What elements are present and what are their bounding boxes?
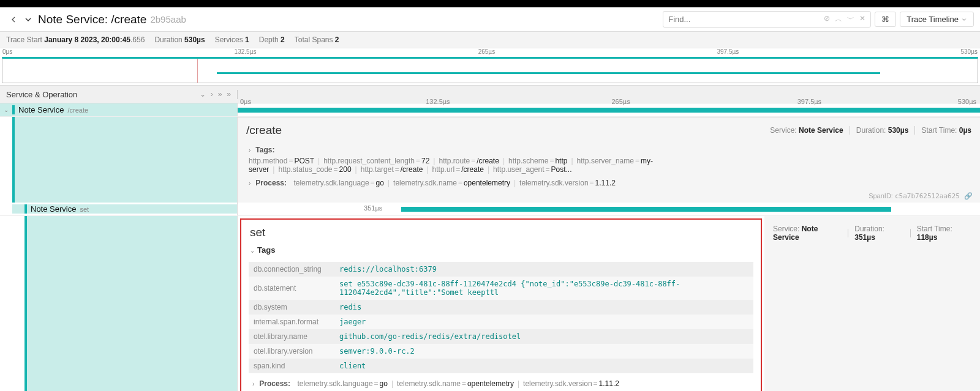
- top-dark-bar: [0, 0, 980, 7]
- tags-summary-line[interactable]: › Tags: http.method=POST|http.request_co…: [238, 143, 980, 176]
- chevron-down-icon[interactable]: [21, 12, 36, 27]
- chevron-right-icon[interactable]: ›: [252, 381, 254, 387]
- trace-id-short: 2b95aab: [150, 14, 186, 24]
- chevron-up-icon[interactable]: ︿: [835, 14, 842, 24]
- service-color-marker: [12, 105, 15, 114]
- table-row: otel.library.namegithub.com/go-redis/red…: [249, 329, 753, 344]
- chevron-right-icon[interactable]: ›: [249, 147, 251, 154]
- span-row[interactable]: Note Service set 351µs: [0, 203, 980, 216]
- span-id-line: SpanID: c5a7b762512aa625 🔗: [238, 190, 980, 203]
- minimap-ticks: 0µs 132.5µs 265µs 397.5µs 530µs: [0, 48, 980, 55]
- table-row: db.connection_stringredis://localhost:63…: [249, 262, 753, 277]
- span-detail-row: /create Service: Note Service Duration: …: [0, 117, 980, 203]
- find-input-wrap[interactable]: ⊘ ︿ ﹀ ✕: [663, 11, 871, 28]
- span-bar[interactable]: [238, 108, 980, 113]
- clear-circle-icon[interactable]: ⊘: [824, 14, 830, 24]
- span-detail-title: /create: [246, 124, 282, 137]
- link-icon[interactable]: 🔗: [964, 192, 973, 199]
- trace-title-service: Note Service: /create: [38, 13, 146, 26]
- close-icon[interactable]: ✕: [859, 14, 865, 24]
- find-input[interactable]: [668, 15, 824, 24]
- table-row: span.kindclient: [249, 359, 753, 373]
- span-detail-row: set ⌄Tags db.connection_stringredis://lo…: [0, 216, 980, 391]
- process-summary-line[interactable]: › Process: telemetry.sdk.language=go|tel…: [241, 377, 761, 390]
- span-detail-title: set: [250, 226, 265, 239]
- highlighted-span-detail: set ⌄Tags db.connection_stringredis://lo…: [240, 218, 762, 391]
- find-controls: ⊘ ︿ ﹀ ✕: [824, 14, 865, 24]
- chevron-down-icon[interactable]: ﹀: [847, 14, 854, 24]
- span-bar[interactable]: [401, 207, 891, 212]
- table-row: otel.library.versionsemver:9.0.0-rc.2: [249, 344, 753, 359]
- chevron-down-icon[interactable]: ⌄: [4, 106, 9, 113]
- process-summary-line[interactable]: › Process: telemetry.sdk.language=go|tel…: [238, 176, 980, 190]
- tags-section-header[interactable]: ⌄Tags: [241, 242, 761, 258]
- span-service-name: Note Service: [31, 204, 76, 214]
- trace-summary: Trace Start January 8 2023, 20:00:45.656…: [0, 32, 980, 48]
- table-row: db.systemredis: [249, 300, 753, 315]
- double-chevron-right-icon[interactable]: »: [227, 90, 231, 99]
- span-row[interactable]: ⌄ Note Service /create: [0, 103, 980, 117]
- back-arrow-icon[interactable]: [6, 12, 21, 27]
- kbd-shortcut-button[interactable]: ⌘: [875, 12, 896, 27]
- minimap-span-bar: [217, 72, 880, 74]
- columns-header: Service & Operation ⌄ › » » 0µs 132.5µs …: [0, 85, 980, 103]
- minimap[interactable]: 0µs 132.5µs 265µs 397.5µs 530µs: [0, 48, 980, 85]
- span-operation-name: /create: [67, 106, 88, 114]
- chevron-right-icon[interactable]: ›: [211, 90, 213, 99]
- chevron-down-icon[interactable]: ⌄: [200, 90, 206, 99]
- table-row: internal.span.formatjaeger: [249, 315, 753, 329]
- trace-timeline-dropdown[interactable]: Trace Timeline: [900, 12, 974, 27]
- chevron-down-icon: ⌄: [250, 247, 255, 254]
- minimap-marker: [197, 59, 198, 83]
- table-row: db.statementset e553c89e-dc39-481c-88ff-…: [249, 277, 753, 300]
- span-service-name: Note Service: [18, 105, 64, 114]
- chevron-right-icon[interactable]: ›: [249, 180, 251, 187]
- double-chevron-down-icon[interactable]: »: [218, 90, 222, 99]
- span-detail-panel: /create Service: Note Service Duration: …: [238, 117, 980, 203]
- tags-table: db.connection_stringredis://localhost:63…: [249, 262, 753, 373]
- span-duration-label: 351µs: [364, 204, 382, 212]
- service-color-marker: [24, 204, 27, 214]
- minimap-body[interactable]: [2, 57, 978, 83]
- span-operation-name: set: [80, 206, 89, 213]
- service-operation-header: Service & Operation: [6, 90, 77, 99]
- trace-header: Note Service: /create 2b95aab ⊘ ︿ ﹀ ✕ ⌘ …: [0, 7, 980, 32]
